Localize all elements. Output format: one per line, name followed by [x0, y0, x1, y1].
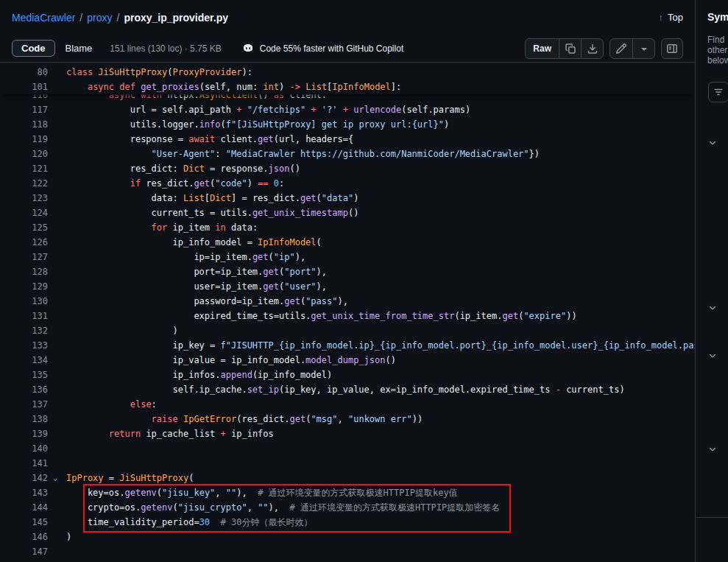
- download-button[interactable]: [581, 39, 603, 58]
- line-number[interactable]: 127: [29, 250, 48, 264]
- code-line: 133 ip_key = f"JISUHTTP_{ip_info_model.i…: [0, 338, 695, 353]
- line-number[interactable]: 135: [29, 368, 48, 382]
- code-text: data: List[Dict] = res_dict.get("data"): [66, 191, 358, 206]
- code-line: 101 async def get_proxies(self, num: int…: [0, 80, 695, 94]
- fold-chevron-icon[interactable]: ⌄: [50, 473, 60, 483]
- breadcrumb-folder-link[interactable]: proxy: [87, 12, 112, 24]
- code-line: 147: [0, 544, 695, 559]
- code-text: password=ip_item.get("pass"),: [66, 294, 348, 309]
- line-number[interactable]: 126: [29, 235, 48, 250]
- line-number[interactable]: 134: [29, 353, 48, 368]
- code-text: IpProxy = JiSuHttpProxy(: [66, 471, 194, 485]
- code-line: 135 ip_infos.append(ip_info_model): [0, 368, 695, 382]
- breadcrumb-repo-link[interactable]: MediaCrawler: [12, 12, 75, 24]
- code-text: raise IpGetError(res_dict.get("msg", "un…: [66, 412, 423, 426]
- edit-dropdown-button[interactable]: [632, 39, 654, 58]
- code-text: utils.logger.info(f"[JiSuHttpProxy] get …: [66, 117, 449, 132]
- code-line: 80class JiSuHttpProxy(ProxyProvider):: [0, 65, 695, 80]
- line-number[interactable]: 137: [29, 397, 48, 412]
- code-text: res_dict: Dict = response.json(): [66, 161, 300, 176]
- line-number[interactable]: 131: [29, 309, 48, 323]
- file-stats: 151 lines (130 loc) · 5.75 KB: [110, 43, 221, 54]
- code-line: 123 data: List[Dict] = res_dict.get("dat…: [0, 191, 695, 206]
- symbols-panel-button[interactable]: [661, 38, 683, 59]
- line-number[interactable]: 129: [29, 279, 48, 294]
- code-line: 124 current_ts = utils.get_unix_timestam…: [0, 206, 695, 220]
- back-to-top-label: Top: [668, 12, 683, 23]
- code-line: 131 expired_time_ts=utils.get_unix_time_…: [0, 309, 695, 323]
- line-number[interactable]: 124: [29, 206, 48, 220]
- code-text: key=os.getenv("jisu_key", ""), # 通过环境变量的…: [66, 485, 458, 500]
- line-number[interactable]: 140: [29, 441, 48, 456]
- line-number[interactable]: 122: [29, 176, 48, 191]
- code-text: async def get_proxies(self, num: int) ->…: [66, 80, 401, 94]
- line-number[interactable]: 132: [29, 323, 48, 338]
- download-icon: [587, 43, 598, 55]
- code-line: 140: [0, 441, 695, 456]
- code-line: 129 user=ip_item.get("user"),: [0, 279, 695, 294]
- line-number[interactable]: 118: [29, 117, 48, 132]
- sticky-scope-lines: 80class JiSuHttpProxy(ProxyProvider):101…: [0, 63, 695, 94]
- code-text: ): [66, 323, 178, 338]
- line-number[interactable]: 147: [29, 544, 48, 559]
- line-number[interactable]: 130: [29, 294, 48, 309]
- line-number[interactable]: 142: [29, 471, 48, 485]
- raw-button-group: Raw: [525, 38, 604, 59]
- code-text: user=ip_item.get("user"),: [66, 279, 327, 294]
- blame-tab[interactable]: Blame: [57, 40, 102, 57]
- code-text: ip_key = f"JISUHTTP_{ip_info_model.ip}_{…: [66, 338, 695, 353]
- code-line: 121 res_dict: Dict = response.json(): [0, 161, 695, 176]
- breadcrumb-separator: /: [79, 12, 82, 24]
- line-number[interactable]: 146: [29, 530, 48, 544]
- chevron-down-icon[interactable]: [708, 443, 717, 457]
- chevron-down-icon[interactable]: [708, 137, 717, 150]
- chevron-down-icon[interactable]: [708, 302, 717, 315]
- line-number[interactable]: 136: [29, 382, 48, 397]
- code-tab[interactable]: Code: [12, 40, 55, 57]
- line-number[interactable]: 145: [29, 515, 48, 530]
- line-number[interactable]: 125: [29, 220, 48, 235]
- code-line: 136 self.ip_cache.set_ip(ip_key, ip_valu…: [0, 382, 695, 397]
- code-text: time_validity_period=30 # 30分钟（最长时效）: [66, 515, 312, 530]
- code-text: for ip_item in data:: [66, 220, 258, 235]
- code-pane: 116 async with httpx.AsyncClient() as cl…: [0, 63, 695, 562]
- line-number[interactable]: 80: [29, 65, 48, 80]
- line-number[interactable]: 101: [29, 80, 48, 94]
- code-line: 125 for ip_item in data:: [0, 220, 695, 235]
- arrow-up-icon: ↑: [659, 12, 664, 23]
- pencil-icon: [615, 43, 627, 55]
- code-line: 117 url = self.api_path + "/fetchips" + …: [0, 102, 695, 117]
- chevron-down-icon[interactable]: [708, 350, 717, 363]
- copilot-banner[interactable]: Code 55% faster with GitHub Copilot: [242, 43, 403, 55]
- code-text: class JiSuHttpProxy(ProxyProvider):: [66, 65, 252, 80]
- code-line: 122 if res_dict.get("code") == 0:: [0, 176, 695, 191]
- symbols-description-line: Find: [707, 35, 728, 45]
- copy-button[interactable]: [559, 39, 581, 58]
- line-number[interactable]: 139: [29, 426, 48, 441]
- line-number[interactable]: 121: [29, 161, 48, 176]
- copy-icon: [565, 43, 576, 55]
- code-text: ip_infos.append(ip_info_model): [66, 368, 332, 382]
- edit-button[interactable]: [610, 39, 632, 58]
- line-number[interactable]: 117: [29, 102, 48, 117]
- line-number[interactable]: 123: [29, 191, 48, 206]
- code-text: ): [66, 530, 71, 544]
- triangle-down-icon: [638, 43, 650, 55]
- line-number[interactable]: 128: [29, 264, 48, 279]
- line-number[interactable]: 138: [29, 412, 48, 426]
- line-number[interactable]: 143: [29, 485, 48, 500]
- toolbar-actions: Raw: [525, 38, 683, 59]
- line-number[interactable]: 144: [29, 500, 48, 515]
- raw-button[interactable]: Raw: [526, 39, 559, 58]
- line-number[interactable]: 133: [29, 338, 48, 353]
- back-to-top-button[interactable]: ↑ Top: [659, 12, 683, 23]
- code-line: 119 response = await client.get(url, hea…: [0, 132, 695, 147]
- symbols-panel-description: Find other below: [696, 23, 728, 66]
- code-line: 132 ): [0, 323, 695, 338]
- line-number[interactable]: 119: [29, 132, 48, 147]
- filter-button[interactable]: [708, 82, 728, 102]
- code-line: 126 ip_info_model = IpInfoModel(: [0, 235, 695, 250]
- line-number[interactable]: 141: [29, 456, 48, 471]
- line-number[interactable]: 120: [29, 147, 48, 161]
- code-text: ip_value = ip_info_model.model_dump_json…: [66, 353, 396, 368]
